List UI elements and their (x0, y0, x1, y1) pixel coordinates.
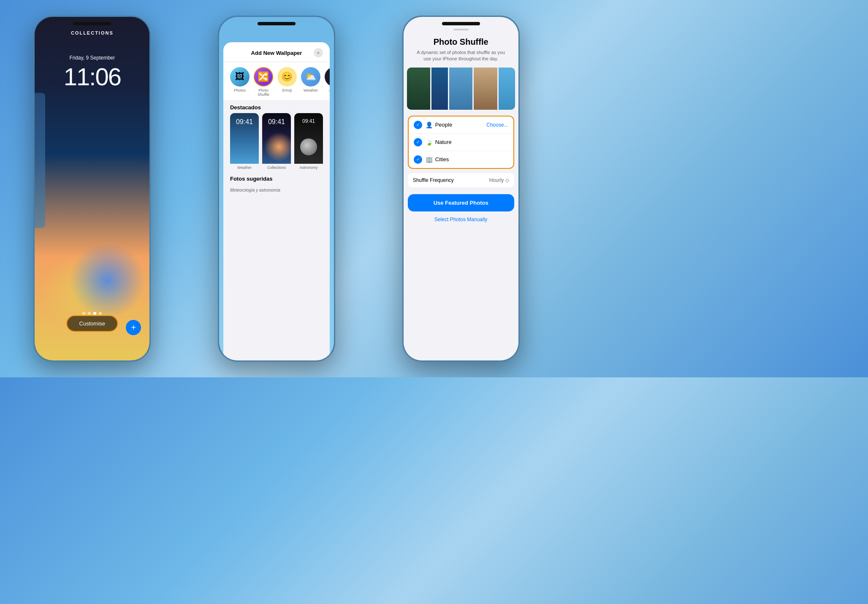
photos-icon-label: Photos (234, 88, 246, 92)
astro-card-time: 09:41 (294, 118, 323, 124)
astro-icon-label: Astron (329, 88, 330, 92)
phone-3-frame: Photo Shuffle A dynamic set of photos th… (402, 16, 520, 362)
nature-label: Nature (435, 139, 508, 145)
fotos-sugeridas-label: Fotos sugeridas (223, 171, 330, 184)
category-row-cities[interactable]: ✓ 🏢 Cities (409, 151, 513, 168)
photo-strip-1 (407, 68, 430, 110)
customise-button[interactable]: Customise (67, 315, 118, 332)
shuffle-freq-label: Shuffle Frequency (413, 177, 454, 183)
weather-icon-circle: ⛅ (301, 67, 320, 87)
people-label: People (435, 122, 487, 128)
wallpaper-icon-weather[interactable]: ⛅ Weather (301, 67, 320, 97)
phone-1-screen: COLLECTIONS Friday, 9 September 11:06 Cu… (35, 17, 149, 360)
select-photos-manually-link[interactable]: Select Photos Manually (404, 215, 518, 224)
dot-2 (88, 312, 91, 315)
wallpaper-sheet: Add New Wallpaper × 🖼 Photos 🔀 PhotoShuf… (223, 42, 330, 360)
bottom-category-text: Meteorología y astronomía (223, 184, 330, 194)
phone-3-screen: Photo Shuffle A dynamic set of photos th… (404, 17, 518, 360)
collections-card-screen: 09:41 (262, 113, 291, 164)
page-dots (35, 312, 149, 315)
cities-icon: 🏢 (426, 156, 433, 163)
cities-label: Cities (435, 156, 508, 163)
shuffle-frequency-row[interactable]: Shuffle Frequency Hourly ◇ (408, 173, 514, 187)
phone-2-frame: Add New Wallpaper × 🖼 Photos 🔀 PhotoShuf… (218, 16, 335, 362)
people-check: ✓ (414, 121, 422, 129)
photo-shuffle-title: Photo Shuffle (404, 35, 518, 49)
emoji-icon-circle: 😊 (277, 67, 297, 87)
category-row-nature[interactable]: ✓ 🍃 Nature (409, 134, 513, 151)
close-button[interactable]: × (314, 48, 323, 57)
lock-time: 11:06 (35, 62, 149, 91)
shuffle-icon-label: PhotoShuffle (258, 88, 269, 97)
weather-card-time: 09:41 (230, 118, 259, 126)
wallpaper-icon-astro[interactable]: ◉ Astron (325, 67, 330, 97)
use-featured-photos-button[interactable]: Use Featured Photos (408, 194, 514, 211)
nature-check: ✓ (414, 138, 422, 146)
collections-label: COLLECTIONS (35, 30, 149, 35)
photo-strip-3 (449, 68, 472, 110)
phone-1-frame: COLLECTIONS Friday, 9 September 11:06 Cu… (33, 16, 151, 362)
side-preview (35, 93, 45, 228)
lock-date: Friday, 9 September (35, 55, 149, 61)
handle-bar (453, 29, 469, 30)
featured-card-astronomy[interactable]: 09:41 Astronomy (294, 113, 323, 171)
shuffle-icon-circle: 🔀 (254, 67, 273, 87)
wallpaper-icons-row: 🖼 Photos 🔀 PhotoShuffle 😊 Emoji ⛅ Weathe… (223, 62, 330, 100)
astro-icon-circle: ◉ (325, 67, 330, 87)
collections-card-label: Collections (262, 164, 291, 171)
weather-card-label: Weather (230, 164, 259, 171)
featured-card-collections[interactable]: 09:41 Collections (262, 113, 291, 171)
photos-icon-circle: 🖼 (230, 67, 250, 87)
categories-box: ✓ 👤 People Choose... ✓ 🍃 Nature ✓ 🏢 Citi… (408, 116, 514, 169)
photo-strip-2 (431, 68, 448, 110)
cities-check: ✓ (414, 155, 422, 164)
sheet-header: Add New Wallpaper × (223, 42, 330, 62)
wallpaper-icon-photos[interactable]: 🖼 Photos (230, 67, 250, 97)
people-choose-link[interactable]: Choose... (486, 122, 508, 128)
photo-preview-row (407, 68, 515, 110)
shuffle-freq-value: Hourly ◇ (489, 177, 509, 183)
weather-card-screen: 09:41 (230, 113, 259, 164)
wallpaper-icon-shuffle[interactable]: 🔀 PhotoShuffle (254, 67, 273, 97)
photo-strip-4 (474, 68, 497, 110)
phone-2-screen: Add New Wallpaper × 🖼 Photos 🔀 PhotoShuf… (219, 17, 334, 360)
astro-card-screen: 09:41 (294, 113, 323, 164)
astro-card-label: Astronomy (294, 164, 323, 171)
photo-strip-5 (499, 68, 515, 110)
emoji-icon-label: Emoji (282, 88, 292, 92)
category-row-people[interactable]: ✓ 👤 People Choose... (409, 116, 513, 134)
nature-icon: 🍃 (426, 139, 433, 146)
dot-1 (82, 312, 85, 315)
weather-icon-label: Weather (304, 88, 318, 92)
destacados-label: Destacados (223, 100, 330, 113)
dot-4 (99, 312, 102, 315)
sheet-title: Add New Wallpaper (239, 50, 314, 56)
featured-card-weather[interactable]: 09:41 Weather (230, 113, 259, 171)
photo-shuffle-sheet: Photo Shuffle A dynamic set of photos th… (404, 25, 518, 360)
moon-visual (300, 138, 317, 155)
wallpaper-icon-emoji[interactable]: 😊 Emoji (277, 67, 297, 97)
featured-cards-row: 09:41 Weather 09:41 Collections 09:41 (223, 113, 330, 171)
dot-3-active (93, 312, 96, 315)
photo-shuffle-subtitle: A dynamic set of photos that shuffle as … (404, 49, 518, 68)
collections-card-time: 09:41 (262, 118, 291, 126)
plus-button[interactable]: + (126, 320, 141, 335)
people-icon: 👤 (426, 122, 433, 128)
